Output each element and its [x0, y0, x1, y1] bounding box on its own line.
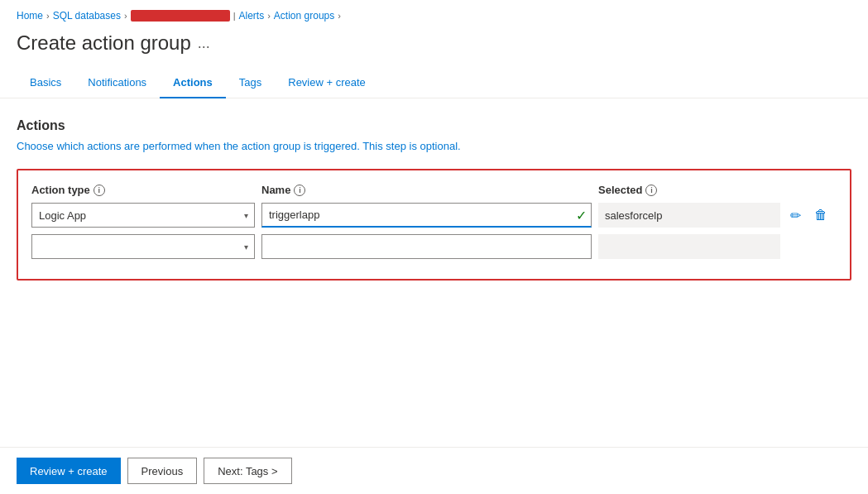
next-button[interactable]: Next: Tags > [204, 458, 291, 484]
table-row: Logic App Automation Runbook Azure Funct… [31, 234, 837, 259]
tab-tags[interactable]: Tags [226, 68, 275, 98]
page-title-ellipsis[interactable]: ... [198, 35, 210, 52]
action-type-select-1[interactable]: Logic App Automation Runbook Azure Funct… [31, 203, 255, 228]
name-input-2[interactable] [261, 234, 592, 259]
name-wrapper-2 [261, 234, 592, 259]
name-wrapper-1: ✓ [261, 203, 592, 228]
edit-button-1[interactable]: ✏ [787, 206, 804, 225]
review-create-button[interactable]: Review + create [17, 458, 121, 484]
breadcrumb-sep-1: › [46, 11, 50, 21]
main-content: Actions Choose which actions are perform… [0, 98, 868, 447]
breadcrumb: Home › SQL databases › | Alerts › Action… [0, 0, 868, 28]
breadcrumb-redacted [131, 10, 230, 22]
tab-basics[interactable]: Basics [17, 68, 74, 98]
delete-button-1[interactable]: 🗑 [811, 206, 831, 224]
row-actions-1: ✏ 🗑 [787, 206, 837, 225]
breadcrumb-alerts[interactable]: Alerts [239, 10, 265, 22]
breadcrumb-sep-2: › [124, 11, 127, 21]
header-row-actions [787, 184, 837, 196]
header-selected: Selected i [598, 184, 780, 196]
name-input-1[interactable] [261, 203, 592, 228]
section-title: Actions [17, 118, 851, 133]
action-type-info-icon[interactable]: i [94, 185, 105, 196]
action-type-select-2[interactable]: Logic App Automation Runbook Azure Funct… [31, 234, 255, 259]
tab-notifications[interactable]: Notifications [74, 68, 160, 98]
tab-bar: Basics Notifications Actions Tags Review… [0, 68, 868, 98]
selected-value-2 [598, 234, 780, 259]
breadcrumb-home[interactable]: Home [17, 10, 43, 22]
header-action-type: Action type i [31, 184, 255, 196]
breadcrumb-sql-databases[interactable]: SQL databases [53, 10, 121, 22]
selected-value-1: salesforcelp [598, 203, 780, 228]
name-info-icon[interactable]: i [294, 185, 305, 196]
action-type-select-wrapper-2: Logic App Automation Runbook Azure Funct… [31, 234, 255, 259]
selected-info-icon[interactable]: i [645, 185, 657, 196]
section-description: Choose which actions are performed when … [17, 140, 851, 152]
footer: Review + create Previous Next: Tags > [0, 447, 868, 494]
tab-review-create[interactable]: Review + create [275, 68, 379, 98]
table-row: Logic App Automation Runbook Azure Funct… [31, 203, 837, 228]
actions-table-container: Action type i Name i Selected i Logic Ap… [17, 169, 851, 281]
previous-button[interactable]: Previous [127, 458, 198, 484]
action-type-select-wrapper-1: Logic App Automation Runbook Azure Funct… [31, 203, 255, 228]
breadcrumb-sep-5: › [338, 11, 341, 21]
header-name: Name i [261, 184, 592, 196]
tab-actions[interactable]: Actions [160, 68, 226, 98]
page-title-row: Create action group ... [0, 28, 868, 68]
breadcrumb-sep-3: | [233, 11, 236, 21]
breadcrumb-action-groups[interactable]: Action groups [274, 10, 334, 22]
table-header: Action type i Name i Selected i [31, 184, 837, 196]
page-title: Create action group [17, 31, 191, 55]
breadcrumb-sep-4: › [267, 11, 271, 21]
